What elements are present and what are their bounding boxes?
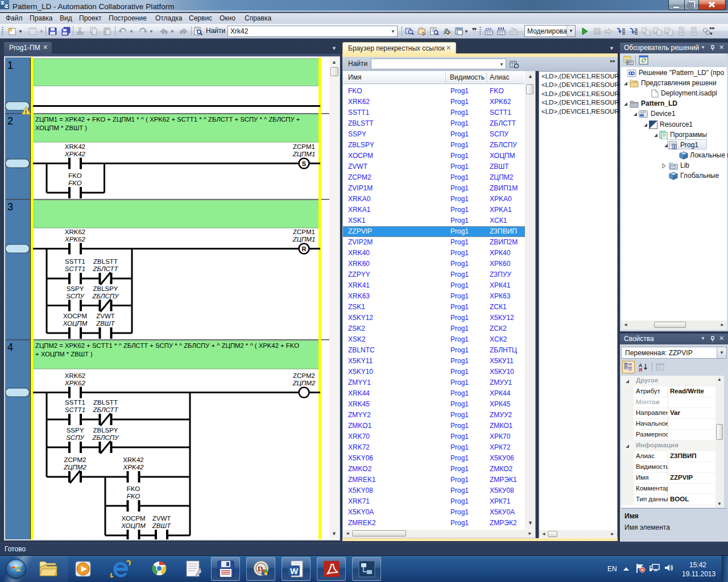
svg-text:FKO: FKO [127, 485, 140, 492]
svg-text:SSPY: SSPY [67, 285, 84, 292]
svg-text:ZBLSTT: ZBLSTT [93, 258, 118, 265]
svg-text:ZЦПМ1 = XPK42 + FKO + ZЦПМ1: ZЦПМ1 = XPK42 + FKO + ZЦПМ1 * ^ ( XPK62 … [35, 116, 300, 123]
svg-text:ZVWT: ZVWT [96, 313, 115, 319]
svg-text:ZBLSPY: ZBLSPY [93, 427, 118, 434]
svg-text:ZVWT: ZVWT [152, 515, 171, 522]
svg-text:ZБЛСТТ: ZБЛСТТ [93, 406, 119, 413]
svg-text:XRK62: XRK62 [65, 372, 85, 379]
svg-text:ZЦПМ1: ZЦПМ1 [292, 236, 316, 243]
svg-text:ХОЦПМ * ZВШТ ): ХОЦПМ * ZВШТ ) [35, 124, 87, 131]
svg-text:ZВШТ: ZВШТ [96, 320, 115, 327]
svg-text:2: 2 [7, 115, 13, 127]
svg-text:XRK42: XRK42 [65, 143, 85, 150]
svg-text:SSPY: SSPY [67, 427, 84, 434]
svg-text:XPK42: XPK42 [123, 464, 144, 471]
svg-text:ZБЛСПУ: ZБЛСПУ [92, 293, 120, 300]
svg-text:ZBLSPY: ZBLSPY [93, 285, 118, 292]
svg-text:ZCPM2: ZCPM2 [64, 456, 86, 463]
svg-text:ZЦПМ2: ZЦПМ2 [292, 380, 316, 386]
svg-text:Я: Я [639, 367, 642, 372]
svg-text:XOCPM: XOCPM [121, 515, 145, 522]
svg-text:ZЦПМ2: ZЦПМ2 [63, 464, 86, 471]
svg-text:SSTT1: SSTT1 [65, 399, 85, 406]
svg-text:ZCPM1: ZCPM1 [293, 228, 315, 235]
svg-text:SSTT1: SSTT1 [65, 258, 85, 265]
svg-text:XPK42: XPK42 [64, 151, 85, 157]
svg-text:ZЦПМ1: ZЦПМ1 [292, 151, 316, 157]
svg-text:!: ! [25, 109, 27, 115]
svg-text:ZЦПМ2 = XPK62 + SCTT1 * ^ Z: ZЦПМ2 = XPK62 + SCTT1 * ^ ZБЛСТТ + SСПУ … [35, 342, 299, 349]
svg-text:XPK62: XPK62 [64, 380, 85, 386]
svg-text:3: 3 [7, 201, 13, 213]
svg-text:ХОЦПМ: ХОЦПМ [121, 522, 146, 529]
svg-text:R: R [302, 246, 307, 252]
svg-text:XPK62: XPK62 [64, 236, 85, 243]
svg-text:FKO: FKO [127, 493, 140, 500]
svg-text:XRK62: XRK62 [65, 228, 85, 235]
svg-text:+ ХОЦПМ * ZВШТ ): + ХОЦПМ * ZВШТ ) [35, 351, 93, 357]
svg-text:FKO: FKO [68, 180, 82, 186]
svg-text:SCTT1: SCTT1 [65, 265, 85, 272]
svg-text:I: I [673, 144, 675, 149]
svg-text:S: S [302, 160, 306, 167]
svg-text:FKO: FKO [68, 172, 82, 179]
svg-text:W: W [290, 566, 299, 576]
svg-text:4: 4 [7, 342, 13, 353]
svg-text:ZBLSTT: ZBLSTT [93, 399, 118, 406]
svg-text:1: 1 [7, 60, 13, 71]
svg-text:ZБЛСТТ: ZБЛСТТ [93, 265, 119, 272]
svg-text:SСПУ: SСПУ [66, 434, 85, 441]
svg-text:ZВШТ: ZВШТ [152, 522, 171, 529]
svg-text:ZCPM2: ZCPM2 [293, 372, 315, 379]
svg-text:SCTT1: SCTT1 [65, 406, 85, 413]
svg-text:ZБЛСПУ: ZБЛСПУ [92, 434, 120, 441]
svg-text:XRK42: XRK42 [123, 456, 143, 463]
svg-text:ХОЦПМ: ХОЦПМ [63, 320, 88, 327]
svg-text:XOCPM: XOCPM [63, 313, 87, 319]
svg-text:ZCPM1: ZCPM1 [293, 143, 315, 150]
svg-text:SСПУ: SСПУ [66, 293, 85, 300]
